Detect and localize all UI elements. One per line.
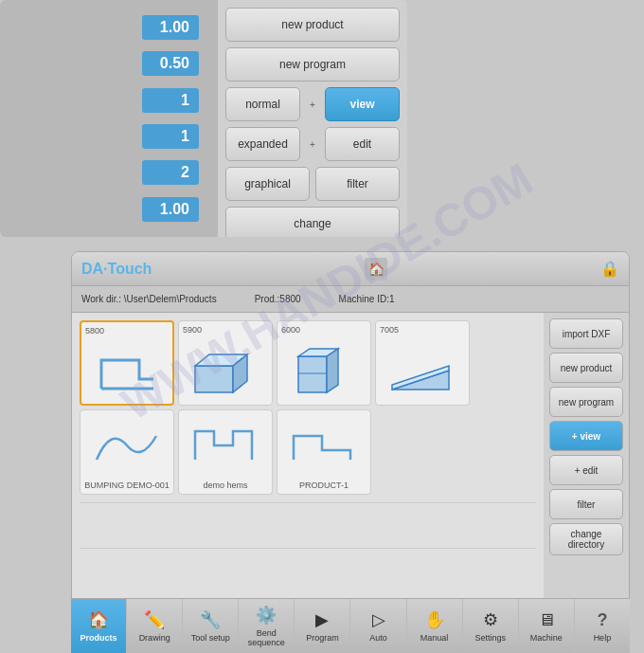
right-sidebar: import DXF new product new program + vie…	[544, 313, 629, 620]
product-thumb-5800	[89, 343, 165, 400]
toolbar-help-label: Help	[594, 633, 612, 643]
graphical-button[interactable]: graphical	[225, 167, 310, 201]
product-grid: 5800 5900	[72, 313, 544, 620]
toolbar-settings-label: Settings	[474, 633, 506, 643]
product-card-7005[interactable]: 7005	[375, 320, 470, 406]
grid-row-3	[80, 502, 536, 544]
drawing-icon: ✏️	[144, 609, 165, 630]
toolbar-bend-sequence-label: Bend sequence	[241, 628, 292, 647]
toolbar-tool-setup[interactable]: 🔧 Tool setup	[183, 599, 239, 653]
toolbar-machine[interactable]: 🖥 Machine	[519, 599, 575, 653]
value-6: 1.00	[142, 197, 199, 222]
settings-icon: ⚙	[483, 609, 498, 630]
new-program-row: new program	[225, 47, 400, 82]
product-card-demohems[interactable]: demo hems	[178, 409, 273, 495]
help-icon: ?	[597, 610, 607, 630]
new-product-button[interactable]: new product	[225, 8, 400, 42]
graphical-filter-row: graphical filter	[225, 167, 400, 201]
home-icon[interactable]: 🏠	[365, 258, 387, 281]
new-product-row: new product	[225, 8, 400, 42]
svg-marker-5	[327, 349, 338, 392]
product-thumb-6000	[286, 344, 362, 401]
value-4: 1	[142, 124, 199, 149]
grid-row-2: BUMPING DEMO-001 demo hems	[80, 409, 536, 495]
toolbar-auto-label: Auto	[369, 633, 387, 643]
main-panel: DA·Touch 🏠 🔒 Work dir.: \User\Delem\Prod…	[71, 251, 630, 621]
toolbar-settings[interactable]: ⚙ Settings	[463, 599, 519, 653]
toolbar-products-label: Products	[80, 633, 117, 643]
toolbar-auto[interactable]: ▷ Auto	[350, 599, 406, 653]
product-thumb-7005	[385, 344, 460, 401]
product-card-5900[interactable]: 5900	[178, 320, 273, 406]
expanded-button[interactable]: expanded	[225, 127, 300, 161]
product-card-5800[interactable]: 5800	[80, 320, 174, 406]
top-panel: 1.00 0.50 1 1 2 1.00 new product new pro…	[0, 0, 407, 237]
new-program-button[interactable]: new program	[225, 47, 400, 82]
toolbar-drawing[interactable]: ✏️ Drawing	[127, 599, 183, 653]
filter-sidebar-button[interactable]: filter	[549, 489, 623, 519]
bend-sequence-icon: ⚙️	[256, 605, 277, 626]
toolbar-bend-sequence[interactable]: ⚙️ Bend sequence	[239, 599, 295, 653]
product-thumb-demohems	[188, 414, 263, 471]
product-num-6000: 6000	[281, 325, 300, 335]
change-button[interactable]: change	[225, 207, 400, 237]
product-card-product1[interactable]: PRODUCT-1	[277, 409, 371, 495]
value-row-4: 1	[0, 118, 218, 154]
toolbar-manual[interactable]: ✋ Manual	[407, 599, 463, 653]
logo-touch: Touch	[108, 261, 152, 277]
product-name-demohems: demo hems	[203, 481, 247, 490]
edit-sidebar-button[interactable]: + edit	[549, 455, 623, 485]
auto-icon: ▷	[372, 609, 385, 630]
change-row: change	[225, 207, 400, 237]
app-logo: DA·Touch	[81, 261, 152, 278]
toolbar-products[interactable]: 🏠 Products	[71, 599, 127, 653]
header-right: 🔒	[600, 260, 619, 278]
plus-label-1: +	[306, 100, 319, 110]
filter-button[interactable]: filter	[315, 167, 400, 201]
value-row-2: 0.50	[0, 45, 218, 82]
normal-button[interactable]: normal	[225, 87, 300, 121]
logo-da: DA	[81, 261, 103, 277]
value-row-1: 1.00	[0, 9, 218, 45]
expanded-edit-row: expanded + edit	[225, 127, 400, 161]
grid-row-1: 5800 5900	[80, 320, 536, 406]
product-card-bumping[interactable]: BUMPING DEMO-001	[80, 409, 174, 495]
new-product-sidebar-button[interactable]: new product	[549, 353, 623, 383]
product-thumb-bumping	[89, 414, 165, 471]
product-num-7005: 7005	[380, 325, 399, 335]
products-icon: 🏠	[88, 609, 109, 630]
value-2: 0.50	[142, 51, 199, 76]
top-right-buttons: new product new program normal + view ex…	[218, 0, 407, 237]
view-sidebar-button[interactable]: + view	[549, 421, 623, 451]
machine-id: Machine ID:1	[339, 294, 395, 304]
change-directory-button[interactable]: change directory	[549, 523, 623, 555]
product-name-bumping: BUMPING DEMO-001	[84, 481, 170, 490]
product-thumb-product1	[286, 414, 362, 471]
new-program-sidebar-button[interactable]: new program	[549, 387, 623, 417]
lock-icon: 🔒	[600, 260, 619, 278]
value-5: 2	[142, 160, 199, 185]
value-1: 1.00	[142, 15, 199, 40]
machine-icon: 🖥	[538, 610, 555, 630]
app-header: DA·Touch 🏠 🔒	[72, 252, 629, 286]
tool-setup-icon: 🔧	[200, 609, 221, 630]
product-num-5800: 5800	[85, 326, 104, 336]
product-card-6000[interactable]: 6000	[277, 320, 371, 406]
value-3: 1	[142, 88, 199, 113]
work-dir: Work dir.: \User\Delem\Products	[81, 294, 217, 304]
manual-icon: ✋	[424, 609, 445, 630]
toolbar-help[interactable]: ? Help	[575, 599, 630, 653]
edit-button[interactable]: edit	[325, 127, 400, 161]
plus-label-2: +	[306, 139, 319, 150]
bottom-toolbar: 🏠 Products ✏️ Drawing 🔧 Tool setup ⚙️ Be…	[71, 598, 630, 653]
toolbar-drawing-label: Drawing	[139, 633, 170, 643]
grid-row-4	[80, 548, 536, 590]
product-name-product1: PRODUCT-1	[299, 481, 349, 490]
view-button[interactable]: view	[325, 87, 400, 121]
import-dxf-button[interactable]: import DXF	[549, 318, 623, 349]
value-row-6: 1.00	[0, 191, 218, 227]
toolbar-program[interactable]: ▶ Program	[295, 599, 350, 653]
prod-label: Prod.:5800	[255, 294, 301, 304]
toolbar-machine-label: Machine	[530, 633, 563, 643]
top-left-values: 1.00 0.50 1 1 2 1.00	[0, 0, 218, 237]
